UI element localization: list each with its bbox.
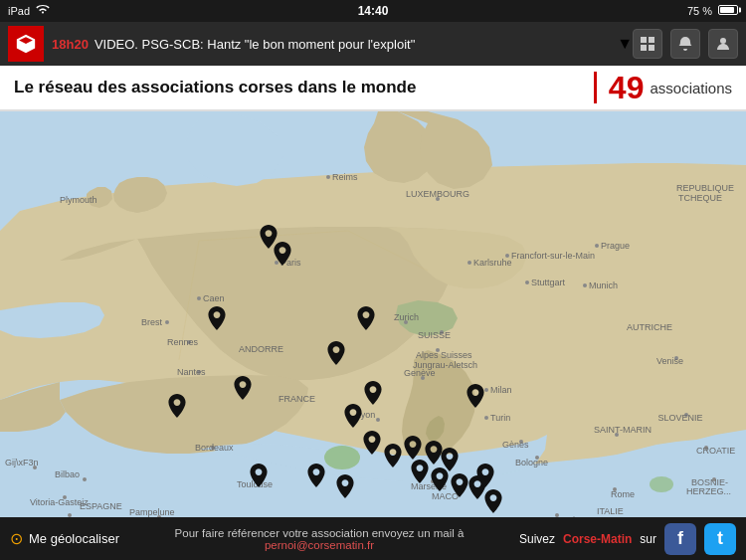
- associations-count: 49 associations: [594, 72, 732, 103]
- nav-headline: 18h20 VIDEO. PSG-SCB: Hantz "le bon mome…: [52, 37, 617, 52]
- map-pin[interactable]: [484, 489, 502, 513]
- svg-rect-1: [649, 37, 654, 43]
- svg-text:FRANCE: FRANCE: [279, 394, 315, 404]
- map-pin[interactable]: [363, 431, 381, 455]
- nav-headline-text: VIDEO. PSG-SCB: Hantz "le bon moment pou…: [94, 37, 415, 52]
- svg-text:Turin: Turin: [490, 413, 510, 423]
- map-pin[interactable]: [466, 384, 484, 408]
- twitter-button[interactable]: t: [704, 523, 736, 555]
- svg-rect-3: [649, 45, 654, 51]
- map-pin[interactable]: [411, 460, 429, 483]
- user-icon-btn[interactable]: [708, 29, 738, 59]
- svg-text:Pampelune: Pampelune: [129, 507, 175, 517]
- svg-text:SLOVENIE: SLOVENIE: [657, 413, 702, 423]
- map-area[interactable]: Paris Caen Brest Rennes Nantes Bordeaux …: [0, 111, 746, 517]
- map-pin[interactable]: [336, 474, 354, 498]
- svg-text:CROATIE: CROATIE: [696, 446, 735, 456]
- map-pin[interactable]: [364, 381, 382, 405]
- svg-point-48: [484, 388, 488, 392]
- svg-text:SAINT-MARIN: SAINT-MARIN: [594, 425, 652, 435]
- svg-point-13: [165, 320, 169, 324]
- svg-point-79: [83, 477, 87, 481]
- svg-text:SUISSE: SUISSE: [418, 330, 451, 340]
- count-number: 49: [609, 72, 645, 103]
- map-pin[interactable]: [250, 464, 268, 487]
- map-pin[interactable]: [274, 242, 291, 266]
- device-label: iPad: [8, 5, 30, 17]
- svg-text:Plymouth: Plymouth: [60, 195, 97, 205]
- svg-text:ITALIE: ITALIE: [597, 506, 624, 516]
- follow-brand: Corse-Matin: [563, 532, 632, 546]
- svg-point-33: [467, 261, 471, 265]
- nav-bar: 18h20 VIDEO. PSG-SCB: Hantz "le bon mome…: [0, 22, 746, 66]
- wifi-icon: [36, 5, 50, 17]
- status-bar: iPad 14:40 75 %: [0, 0, 746, 22]
- footer-bar: ⊙ Me géolocaliser Pour faire référencer …: [0, 517, 746, 560]
- svg-rect-0: [641, 37, 647, 43]
- footer-right: Suivez Corse-Matin sur f t: [519, 523, 736, 555]
- svg-text:LUXEMBOURG: LUXEMBOURG: [406, 189, 469, 199]
- svg-point-35: [525, 280, 529, 284]
- svg-text:Francfort-sur-le-Main: Francfort-sur-le-Main: [511, 251, 595, 261]
- map-pin[interactable]: [357, 306, 375, 330]
- follow-suffix: sur: [640, 532, 656, 546]
- svg-text:Bordeaux: Bordeaux: [195, 443, 234, 453]
- battery-icon: [718, 5, 738, 17]
- grid-icon-btn[interactable]: [633, 29, 662, 59]
- nav-time: 18h20: [52, 37, 89, 52]
- map-pin[interactable]: [168, 394, 186, 418]
- map-pin[interactable]: [384, 444, 402, 467]
- svg-point-101: [650, 476, 673, 492]
- map-pin[interactable]: [451, 473, 468, 497]
- svg-text:Sassari: Sassari: [545, 515, 575, 517]
- svg-text:Milan: Milan: [490, 385, 512, 395]
- svg-point-23: [376, 418, 380, 422]
- page-header: Le réseau des associations corses dans l…: [0, 66, 746, 111]
- battery-percent: 75 %: [687, 5, 712, 17]
- svg-text:TCHEQUE: TCHEQUE: [678, 193, 722, 203]
- svg-text:Rennes: Rennes: [167, 337, 199, 347]
- geo-localiser-button[interactable]: ⊙ Me géolocaliser: [10, 529, 119, 548]
- map-pin[interactable]: [468, 475, 486, 499]
- svg-text:Gènes: Gènes: [502, 440, 529, 450]
- map-pin[interactable]: [234, 376, 252, 400]
- svg-point-50: [484, 416, 488, 420]
- svg-text:Gij\xF3n: Gij\xF3n: [5, 458, 39, 467]
- svg-text:Zurich: Zurich: [394, 312, 419, 322]
- map-pin[interactable]: [431, 467, 449, 491]
- alert-icon-btn[interactable]: [670, 29, 700, 59]
- facebook-button[interactable]: f: [664, 523, 696, 555]
- svg-rect-2: [641, 45, 647, 51]
- svg-text:Munich: Munich: [589, 280, 618, 290]
- svg-point-27: [595, 244, 599, 248]
- svg-text:Genève: Genève: [404, 368, 436, 378]
- svg-point-100: [324, 446, 360, 469]
- svg-text:Alpes Suisses: Alpes Suisses: [416, 350, 472, 360]
- svg-point-31: [326, 175, 330, 179]
- geo-label: Me géolocaliser: [29, 531, 119, 546]
- footer-text: Pour faire référencer votre association …: [175, 527, 465, 539]
- svg-text:REPUBLIQUE: REPUBLIQUE: [676, 183, 734, 193]
- svg-text:Prague: Prague: [601, 241, 630, 251]
- svg-text:Karlsruhe: Karlsruhe: [473, 258, 512, 268]
- svg-point-11: [197, 296, 201, 300]
- map-pin[interactable]: [344, 404, 362, 428]
- twitter-icon: t: [717, 528, 723, 549]
- facebook-icon: f: [677, 528, 683, 549]
- svg-point-4: [720, 38, 726, 44]
- map-pin[interactable]: [327, 341, 345, 365]
- logo-box[interactable]: [8, 26, 44, 62]
- map-pin[interactable]: [208, 306, 226, 330]
- svg-text:Nantes: Nantes: [177, 367, 206, 377]
- dropdown-arrow[interactable]: ▼: [617, 35, 633, 53]
- follow-text: Suivez: [519, 532, 555, 546]
- map-pin[interactable]: [307, 464, 325, 487]
- svg-text:Bilbao: Bilbao: [55, 469, 80, 479]
- map-pin[interactable]: [404, 436, 422, 460]
- footer-email[interactable]: pernoi@corsematin.fr: [265, 539, 374, 551]
- svg-text:Vitoria-Gasteiz: Vitoria-Gasteiz: [30, 497, 89, 507]
- page-title: Le réseau des associations corses dans l…: [14, 78, 416, 97]
- svg-text:Venise: Venise: [656, 356, 683, 366]
- time-display: 14:40: [358, 4, 389, 18]
- svg-point-83: [68, 513, 72, 517]
